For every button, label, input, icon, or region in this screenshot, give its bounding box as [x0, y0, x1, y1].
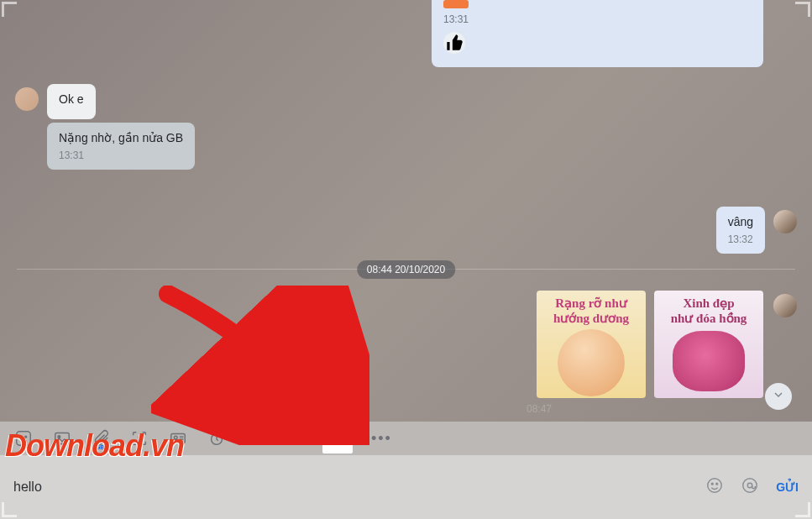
- task-icon[interactable]: [245, 428, 265, 448]
- compose-toolbar: 1GB Z •••: [0, 422, 812, 455]
- message-timestamp: 13:32: [728, 233, 753, 245]
- message-input-row: GỬI: [0, 455, 812, 519]
- frame-corner: [795, 2, 810, 17]
- send-button[interactable]: GỬI: [776, 480, 799, 494]
- thumbs-up-icon[interactable]: [443, 32, 465, 54]
- svg-point-15: [747, 483, 752, 488]
- emoji-icon[interactable]: [705, 476, 724, 498]
- message-row: Ok e: [0, 84, 812, 119]
- avatar[interactable]: [773, 210, 797, 233]
- svg-point-11: [708, 479, 722, 493]
- mention-icon[interactable]: [741, 476, 759, 498]
- sticker-caption: Rạng rỡ như: [555, 296, 627, 311]
- message-text: Ok e: [59, 92, 84, 106]
- sticker-image[interactable]: Rạng rỡ như hướng dương: [537, 291, 646, 398]
- svg-point-12: [712, 483, 714, 485]
- message-row: Nặng nhờ, gần nửa GB 13:31: [0, 123, 812, 170]
- svg-point-2: [25, 436, 27, 438]
- priority-icon[interactable]: [322, 423, 353, 453]
- avatar[interactable]: [773, 294, 797, 317]
- alarm-icon[interactable]: [207, 428, 227, 448]
- contact-card-icon[interactable]: [168, 428, 188, 448]
- message-text: vâng: [728, 215, 753, 228]
- message-text: Nặng nhờ, gần nửa GB: [59, 131, 183, 144]
- svg-rect-0: [17, 432, 31, 446]
- file-size-badge: 1GB: [92, 444, 104, 450]
- format-text-icon[interactable]: [284, 428, 304, 448]
- sticker-caption: như đóa hồng: [671, 311, 747, 326]
- svg-point-7: [174, 436, 177, 439]
- frame-corner: [795, 502, 810, 517]
- sticker-caption: hướng dương: [553, 311, 629, 326]
- capture-icon[interactable]: Z: [129, 428, 149, 448]
- svg-point-14: [743, 479, 757, 493]
- attachment-thumbnail[interactable]: [443, 0, 469, 8]
- more-icon[interactable]: •••: [371, 430, 392, 448]
- sticker-icon[interactable]: [13, 428, 34, 448]
- scroll-to-bottom-button[interactable]: [765, 383, 792, 410]
- sent-message-bubble[interactable]: Ok e: [47, 84, 96, 119]
- message-row: vâng 13:32: [0, 207, 812, 254]
- avatar[interactable]: [15, 87, 39, 111]
- date-divider-label: 08:44 20/10/2020: [357, 260, 455, 279]
- own-message-bubble[interactable]: vâng 13:32: [716, 207, 765, 254]
- chat-messages-area: 13:31 Ok e Nặng nhờ, gần nửa GB 13:31 vâ…: [0, 0, 812, 422]
- sticker-message-group: Rạng rỡ như hướng dương Xinh đẹp như đóa…: [537, 291, 763, 398]
- svg-point-13: [716, 483, 718, 485]
- image-icon[interactable]: [52, 428, 72, 448]
- message-timestamp: 13:31: [443, 13, 752, 25]
- frame-corner: [2, 2, 17, 17]
- message-input[interactable]: [13, 480, 695, 495]
- svg-point-1: [20, 436, 22, 438]
- received-message-bubble[interactable]: 13:31: [432, 0, 763, 67]
- sticker-image[interactable]: Xinh đẹp như đóa hồng: [654, 291, 763, 398]
- message-timestamp: 13:31: [59, 149, 183, 161]
- frame-corner: [2, 502, 17, 517]
- svg-rect-6: [171, 434, 186, 443]
- chevron-down-icon: [772, 388, 785, 405]
- message-timestamp: 08:47: [526, 403, 552, 415]
- sticker-caption: Xinh đẹp: [683, 296, 734, 311]
- sent-message-bubble[interactable]: Nặng nhờ, gần nửa GB 13:31: [47, 123, 195, 170]
- svg-text:Z: Z: [137, 435, 141, 443]
- attach-icon[interactable]: 1GB: [91, 428, 111, 448]
